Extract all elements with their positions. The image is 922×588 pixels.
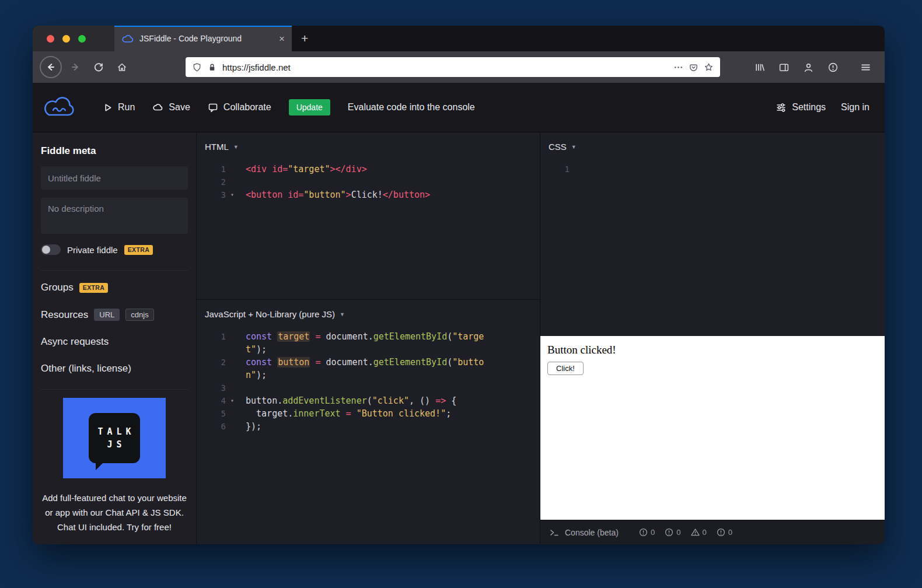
header-right: Settings Sign in <box>776 102 869 113</box>
console-prompt-icon <box>550 528 559 537</box>
fold-spacer <box>226 356 239 369</box>
talkjs-ad-banner[interactable]: TALK JS <box>63 398 166 478</box>
html-code-editor[interactable]: 1<div id="target"></div>23▾<button id="b… <box>197 160 540 201</box>
result-click-button[interactable]: Click! <box>547 362 584 375</box>
js-panel-header[interactable]: JavaScript + No-Library (pure JS) ▼ <box>197 300 540 328</box>
resource-url-chip[interactable]: URL <box>94 309 120 321</box>
sidebar-section-other[interactable]: Other (links, license) <box>41 355 188 382</box>
fold-spacer <box>226 176 239 188</box>
line-number: 5 <box>197 407 226 420</box>
fiddle-title-input[interactable] <box>41 166 188 190</box>
fold-spacer <box>226 343 239 356</box>
code-line[interactable]: t"); <box>197 343 540 356</box>
line-number <box>197 343 226 356</box>
update-button[interactable]: Update <box>289 99 330 116</box>
line-number: 3 <box>197 382 226 394</box>
tracking-shield-icon[interactable] <box>192 62 202 72</box>
hamburger-menu-icon[interactable] <box>857 57 874 77</box>
collaborate-label: Collaborate <box>223 102 271 113</box>
resource-cdnjs-chip[interactable]: cdnjs <box>125 309 153 321</box>
js-code-editor[interactable]: 1const target = document.getElementById(… <box>197 328 540 433</box>
jsfiddle-logo[interactable] <box>41 94 77 120</box>
talkjs-logo: TALK JS <box>89 413 140 463</box>
line-number <box>197 369 226 382</box>
sidebar-toggle-icon[interactable] <box>775 57 792 77</box>
editor-column-left: HTML ▼ 1<div id="target"></div>23▾<butto… <box>197 132 540 544</box>
home-button[interactable] <box>112 57 132 77</box>
close-window-button[interactable] <box>47 35 54 43</box>
cloud-save-icon <box>152 102 163 113</box>
html-panel-header[interactable]: HTML ▼ <box>197 132 540 160</box>
code-line[interactable]: n"); <box>197 369 540 382</box>
sign-in-button[interactable]: Sign in <box>841 102 869 113</box>
minimize-window-button[interactable] <box>62 35 70 43</box>
console-error-count[interactable]: 0 <box>639 528 655 537</box>
maximize-window-button[interactable] <box>78 35 86 43</box>
account-icon[interactable] <box>799 57 817 77</box>
fold-spacer <box>570 163 582 176</box>
console-log-count[interactable]: 0 <box>717 528 732 537</box>
fold-icon[interactable]: ▾ <box>226 188 239 201</box>
lock-icon[interactable] <box>207 62 217 72</box>
talkjs-logo-top: TALK <box>97 425 135 439</box>
code-line[interactable]: 1<div id="target"></div> <box>197 163 540 176</box>
pocket-icon[interactable] <box>689 62 699 72</box>
code-text: }); <box>239 420 261 433</box>
fold-icon[interactable]: ▾ <box>226 394 239 407</box>
jsfiddle-header: Run Save Collaborate Update Evaluate cod… <box>33 83 885 132</box>
save-button[interactable]: Save <box>152 102 190 113</box>
ad-text[interactable]: Add full-featured chat to your website o… <box>41 491 188 534</box>
back-button[interactable] <box>40 56 62 78</box>
code-line[interactable]: 2 <box>197 176 540 188</box>
chevron-down-icon: ▼ <box>233 144 239 150</box>
code-line[interactable]: 5 target.innerText = "Button clicked!"; <box>197 407 540 420</box>
css-code-editor[interactable]: 1 <box>540 160 885 176</box>
line-number: 4 <box>197 394 226 407</box>
line-number: 1 <box>197 330 226 343</box>
code-line[interactable]: 1const target = document.getElementById(… <box>197 330 540 343</box>
private-fiddle-label: Private fiddle <box>67 245 118 255</box>
code-line[interactable]: 2const button = document.getElementById(… <box>197 356 540 369</box>
close-tab-icon[interactable]: × <box>279 34 285 44</box>
sidebar-section-resources[interactable]: Resources URL cdnjs <box>41 301 188 328</box>
new-tab-button[interactable]: + <box>292 26 317 51</box>
tab-title: JSFiddle - Code Playground <box>139 34 273 43</box>
line-number: 1 <box>540 163 570 176</box>
console-bar[interactable]: Console (beta) 0000 <box>540 520 885 544</box>
collaborate-button[interactable]: Collaborate <box>208 102 271 113</box>
code-line[interactable]: 6}); <box>197 420 540 433</box>
run-button[interactable]: Run <box>103 102 135 113</box>
play-icon <box>103 103 113 113</box>
window-controls <box>33 26 114 51</box>
fold-spacer <box>226 407 239 420</box>
library-icon[interactable] <box>750 57 768 77</box>
code-line[interactable]: 3 <box>197 382 540 394</box>
forward-button[interactable] <box>65 57 85 77</box>
page-actions-icon[interactable] <box>673 62 683 72</box>
code-line[interactable]: 4▾button.addEventListener("click", () =>… <box>197 394 540 407</box>
code-line[interactable]: 1 <box>540 163 885 176</box>
browser-tab[interactable]: JSFiddle - Code Playground × <box>114 26 292 51</box>
private-fiddle-toggle[interactable] <box>41 244 61 255</box>
count-value: 0 <box>703 528 707 537</box>
console-warning-count[interactable]: 0 <box>691 528 707 537</box>
code-line[interactable]: 3▾<button id="button">Click!</button> <box>197 188 540 201</box>
bookmark-star-icon[interactable] <box>704 62 714 72</box>
settings-label: Settings <box>792 102 826 113</box>
console-info-count[interactable]: 0 <box>665 528 680 537</box>
save-label: Save <box>169 102 190 113</box>
sidebar-section-groups[interactable]: Groups EXTRA <box>41 270 188 301</box>
console-counts: 0000 <box>639 528 732 537</box>
fiddle-description-input[interactable] <box>41 198 188 234</box>
fiddle-meta-title: Fiddle meta <box>41 145 188 157</box>
css-panel-header[interactable]: CSS ▼ <box>540 132 885 160</box>
code-text: const target = document.getElementById("… <box>239 330 484 343</box>
settings-button[interactable]: Settings <box>776 102 826 113</box>
alert-icon[interactable] <box>824 57 841 77</box>
sidebar-section-async[interactable]: Async requests <box>41 328 188 355</box>
address-bar[interactable]: https://jsfiddle.net <box>186 57 720 77</box>
editor-panels: HTML ▼ 1<div id="target"></div>23▾<butto… <box>197 132 885 544</box>
reload-button[interactable] <box>89 57 109 77</box>
toggle-knob <box>42 246 50 254</box>
other-links-label: Other (links, license) <box>41 363 131 374</box>
